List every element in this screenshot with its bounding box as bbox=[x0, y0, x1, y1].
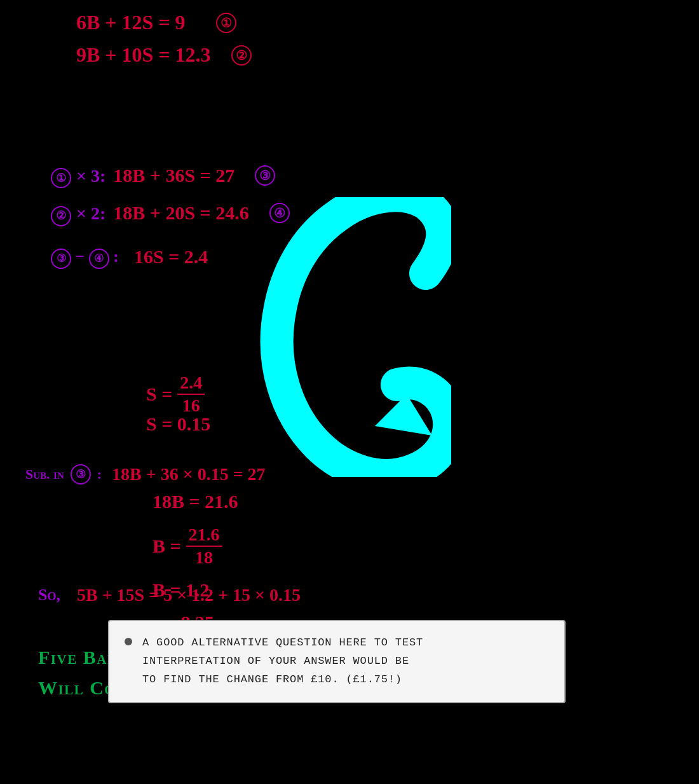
sub-in-label: Sub. in bbox=[25, 466, 64, 483]
b-numerator: 21.6 bbox=[186, 524, 222, 547]
equations-block: 6B + 12S = 9 ① 9B + 10S = 12.3 ② bbox=[76, 6, 252, 71]
info-line-1: A good alternative question here to test bbox=[142, 634, 423, 652]
b-fraction: 21.6 18 bbox=[186, 524, 222, 568]
info-box: A good alternative question here to test… bbox=[108, 620, 566, 703]
eq4-number: ④ bbox=[269, 203, 290, 223]
info-dot-icon bbox=[125, 638, 132, 645]
so-label: So, bbox=[38, 586, 60, 605]
s-fraction-line: S = 2.4 16 bbox=[146, 372, 205, 416]
b-frac-label: B = bbox=[153, 535, 181, 557]
sub-in-circle: ③ bbox=[71, 464, 91, 485]
so-eq: 5B + 15S = 5 × 1.2 + 15 × 0.15 bbox=[77, 585, 301, 605]
eq3-number: ③ bbox=[255, 165, 275, 186]
main-content: 6B + 12S = 9 ① 9B + 10S = 12.3 ② ① × 3: … bbox=[0, 0, 699, 784]
sub-step-line: ③ − ④ : 16S = 2.4 bbox=[51, 242, 208, 272]
info-line-3: to find the change from £10. (£1.75!) bbox=[142, 671, 423, 689]
sub-in-line: Sub. in ③ : 18B + 36 × 0.15 = 27 bbox=[25, 464, 266, 485]
eq1-number: ① bbox=[216, 13, 236, 33]
so-line: So, 5B + 15S = 5 × 1.2 + 15 × 0.15 bbox=[38, 585, 301, 605]
equation-1-line: 6B + 12S = 9 ① bbox=[76, 6, 252, 39]
info-line-2: interpretation of your answer would be bbox=[142, 652, 423, 671]
s-fraction: 2.4 16 bbox=[177, 372, 205, 416]
s-result-text: S = 0.15 bbox=[146, 413, 210, 434]
s-numerator: 2.4 bbox=[177, 372, 205, 395]
sub-in-eq: 18B + 36 × 0.15 = 27 bbox=[112, 464, 266, 485]
b-denominator: 18 bbox=[193, 547, 215, 568]
equation-2-text: 9B + 10S = 12.3 bbox=[76, 39, 211, 71]
sub-result-text: 16S = 2.4 bbox=[134, 242, 208, 272]
sub-in-colon: : bbox=[97, 466, 102, 483]
eq2-number: ② bbox=[231, 45, 252, 65]
s-result-line: S = 0.15 bbox=[146, 413, 210, 435]
sub-block: ③ − ④ : 16S = 2.4 bbox=[51, 159, 208, 272]
refresh-arrow-icon bbox=[210, 197, 451, 477]
equation-2-line: 9B + 10S = 12.3 ② bbox=[76, 39, 252, 71]
info-text: A good alternative question here to test… bbox=[142, 634, 423, 689]
svg-marker-0 bbox=[375, 394, 432, 436]
b-fraction-line: B = 21.6 18 bbox=[153, 524, 266, 568]
b-step2-text: 18B = 21.6 bbox=[153, 491, 238, 512]
equation-1-text: 6B + 12S = 9 bbox=[76, 6, 186, 39]
s-frac-label: S = bbox=[146, 383, 172, 405]
sub-in-block: Sub. in ③ : 18B + 36 × 0.15 = 27 18B = 2… bbox=[25, 464, 266, 601]
b-step2-line: 18B = 21.6 bbox=[153, 491, 266, 512]
sub-step-label: ③ − ④ : bbox=[51, 244, 119, 270]
